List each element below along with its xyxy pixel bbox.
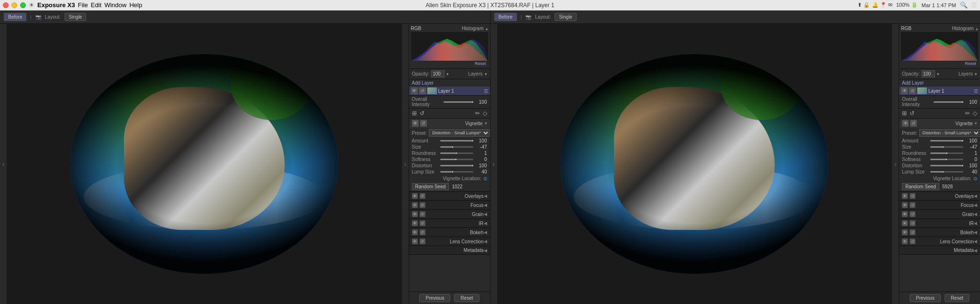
- nav-left-arrow-right[interactable]: ‹: [490, 24, 497, 304]
- ir-reset-icon[interactable]: ↺: [420, 220, 425, 226]
- intensity-slider-right[interactable]: [934, 101, 963, 103]
- nav-right-arrow[interactable]: ›: [402, 24, 409, 304]
- grain-section[interactable]: 👁 ↺ Grain ◀: [409, 210, 490, 219]
- vignette-header[interactable]: 👁 ↺ Vignette ▾: [409, 119, 490, 128]
- layer-visibility-icon[interactable]: 👁: [411, 87, 418, 94]
- nav-right-arrow-right[interactable]: ›: [892, 24, 899, 304]
- collapse-hist[interactable]: ▴: [486, 26, 488, 31]
- ir-vis-icon[interactable]: 👁: [412, 220, 418, 226]
- grain-arrow[interactable]: ◀: [484, 212, 487, 217]
- nav-left-arrow[interactable]: ‹: [0, 24, 7, 304]
- bokeh-vis-icon[interactable]: 👁: [412, 229, 418, 235]
- focus-reset-icon-right[interactable]: ↺: [910, 202, 915, 208]
- opacity-input[interactable]: [431, 70, 445, 77]
- grain-section-right[interactable]: 👁 ↺ Grain ◀: [899, 210, 980, 219]
- overlays-vis-icon-right[interactable]: 👁: [902, 193, 908, 199]
- rotate-icon-right[interactable]: ↺: [910, 110, 914, 117]
- eraser-icon[interactable]: ◇: [483, 110, 487, 117]
- softness-slider[interactable]: [440, 159, 473, 160]
- ir-section-right[interactable]: 👁 ↺ IR ◀: [899, 219, 980, 228]
- lens-vis-icon[interactable]: 👁: [412, 239, 418, 244]
- vignette-reset-icon-right[interactable]: ↺: [910, 120, 917, 127]
- vignette-reset-icon[interactable]: ↺: [420, 120, 427, 127]
- vignette-collapse[interactable]: ▾: [485, 121, 487, 126]
- layout-select[interactable]: Single: [65, 13, 87, 21]
- size-slider[interactable]: [440, 146, 473, 148]
- menu-file[interactable]: File: [78, 1, 88, 9]
- previous-button-right[interactable]: Previous: [910, 294, 941, 302]
- distortion-slider-right[interactable]: [930, 165, 963, 166]
- histogram-reset-button-right[interactable]: Reset: [965, 61, 976, 66]
- ir-vis-icon-right[interactable]: 👁: [902, 220, 908, 226]
- overlays-arrow-right[interactable]: ◀: [974, 194, 977, 198]
- amount-slider[interactable]: [440, 140, 473, 141]
- random-seed-button-right[interactable]: Random Seed: [902, 183, 939, 190]
- metadata-section-right[interactable]: Metadata ◀: [899, 246, 980, 255]
- lump-size-slider[interactable]: [440, 171, 473, 173]
- ir-reset-icon-right[interactable]: ↺: [910, 220, 915, 226]
- random-seed-button[interactable]: Random Seed: [412, 183, 449, 190]
- bokeh-reset-icon-right[interactable]: ↺: [910, 229, 915, 235]
- collapse-hist-right[interactable]: ▴: [976, 26, 978, 31]
- rotate-icon[interactable]: ↺: [420, 110, 424, 117]
- grain-vis-icon[interactable]: 👁: [412, 211, 418, 217]
- amount-slider-right[interactable]: [930, 140, 963, 141]
- grain-vis-icon-right[interactable]: 👁: [902, 211, 908, 217]
- brush-icon[interactable]: ✏: [475, 110, 480, 117]
- overlays-vis-icon[interactable]: 👁: [412, 193, 418, 199]
- bokeh-vis-icon-right[interactable]: 👁: [902, 229, 908, 235]
- close-button[interactable]: [3, 2, 9, 8]
- lens-reset-icon[interactable]: ↺: [420, 239, 425, 244]
- layer-menu-icon-right[interactable]: ☰: [974, 88, 978, 94]
- brush-icon-right[interactable]: ✏: [965, 110, 970, 117]
- reset-button-left[interactable]: Reset: [454, 294, 479, 302]
- overlays-reset-icon[interactable]: ↺: [420, 193, 425, 199]
- before-button[interactable]: Before: [4, 13, 26, 21]
- focus-section-right[interactable]: 👁 ↺ Focus ◀: [899, 201, 980, 210]
- lens-arrow[interactable]: ◀: [484, 239, 487, 244]
- menu-window[interactable]: Window: [104, 1, 126, 9]
- ir-arrow[interactable]: ◀: [484, 221, 487, 226]
- ir-arrow-right[interactable]: ◀: [974, 221, 977, 226]
- layout-select-right[interactable]: Single: [555, 13, 577, 21]
- crop-icon-right[interactable]: ⊞: [902, 110, 907, 117]
- lens-arrow-right[interactable]: ◀: [974, 239, 977, 244]
- metadata-arrow[interactable]: ◀: [484, 248, 487, 253]
- lump-size-slider-right[interactable]: [930, 171, 963, 173]
- intensity-slider[interactable]: [444, 101, 473, 103]
- roundness-slider[interactable]: [440, 152, 473, 154]
- maximize-button[interactable]: [20, 2, 26, 8]
- layer-reset-icon-right[interactable]: ↺: [909, 87, 916, 94]
- search-icon[interactable]: 🔍: [960, 1, 968, 9]
- preset-select-right[interactable]: Distortion - Small Lumps*: [919, 129, 980, 137]
- add-layer-label[interactable]: Add Layer: [412, 80, 434, 86]
- softness-slider-right[interactable]: [930, 159, 963, 160]
- vignette-collapse-right[interactable]: ▾: [975, 121, 977, 126]
- grain-reset-icon[interactable]: ↺: [420, 211, 425, 217]
- distortion-slider[interactable]: [440, 165, 473, 166]
- focus-vis-icon-right[interactable]: 👁: [902, 202, 908, 208]
- grain-reset-icon-right[interactable]: ↺: [910, 211, 915, 217]
- lens-section-right[interactable]: 👁 ↺ Lens Correction ◀: [899, 237, 980, 246]
- bokeh-arrow[interactable]: ◀: [484, 230, 487, 235]
- metadata-section[interactable]: Metadata ◀: [409, 246, 490, 255]
- layer-vis-icon-right[interactable]: 👁: [901, 87, 908, 94]
- bokeh-section-right[interactable]: 👁 ↺ Bokeh ◀: [899, 228, 980, 237]
- before-button-right[interactable]: Before: [494, 13, 517, 21]
- lens-reset-icon-right[interactable]: ↺: [910, 239, 915, 244]
- focus-vis-icon[interactable]: 👁: [412, 202, 418, 208]
- vignette-location-target-icon[interactable]: ⊙: [483, 176, 487, 181]
- preset-select[interactable]: Distortion - Small Lumps*: [429, 129, 490, 137]
- lens-vis-icon-right[interactable]: 👁: [902, 239, 908, 244]
- menu-edit[interactable]: Edit: [91, 1, 101, 9]
- previous-button-left[interactable]: Previous: [419, 294, 450, 302]
- vignette-vis-icon-right[interactable]: 👁: [902, 120, 909, 127]
- focus-section[interactable]: 👁 ↺ Focus ◀: [409, 201, 490, 210]
- layer-menu-icon[interactable]: ☰: [484, 88, 488, 94]
- bokeh-arrow-right[interactable]: ◀: [974, 230, 977, 235]
- eraser-icon-right[interactable]: ◇: [973, 110, 977, 117]
- add-layer-row[interactable]: Add Layer: [409, 79, 490, 87]
- bokeh-section[interactable]: 👁 ↺ Bokeh ◀: [409, 228, 490, 237]
- overlays-section[interactable]: 👁 ↺ Overlays ◀: [409, 192, 490, 201]
- metadata-arrow-right[interactable]: ◀: [974, 248, 977, 253]
